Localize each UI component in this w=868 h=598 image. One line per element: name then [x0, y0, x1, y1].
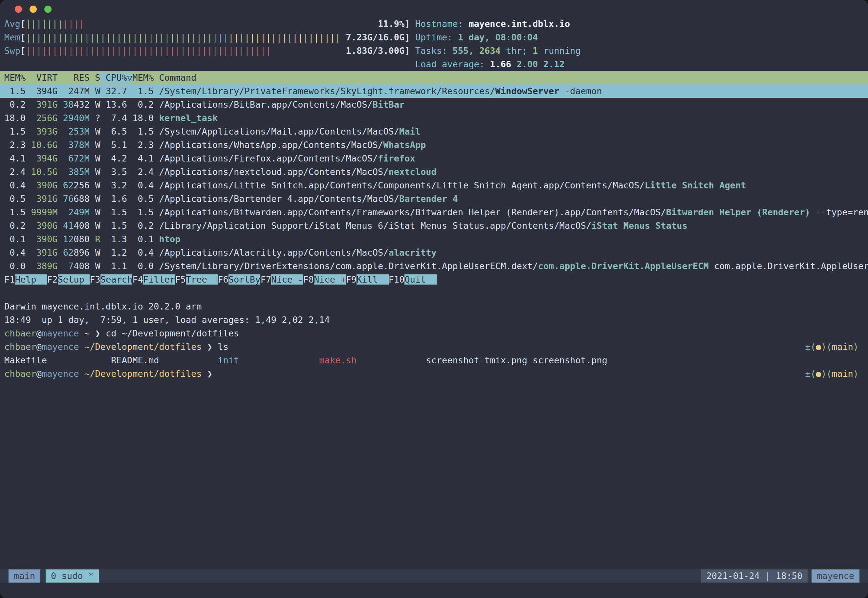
terminal-content: Avg[||||||||||| 11.9%] Hostname: mayence… — [4, 17, 868, 380]
fkey-f10-button[interactable]: Quit — [404, 274, 437, 284]
tmux-time: 18:50 — [776, 571, 802, 581]
load-average-line: Load average: 1.66 2.00 2.12 — [4, 57, 868, 71]
tmux-hostname: mayence — [811, 570, 859, 583]
process-row[interactable]: 0.5 391G 76688 W 1.6 0.5 /Applications/B… — [4, 192, 868, 205]
prompt-line-2[interactable]: chbaer@mayence ~/Development/dotfiles ❯ … — [4, 340, 868, 353]
process-row[interactable]: 0.2 391G 38432 W 13.6 0.2 /Applications/… — [4, 98, 868, 111]
tmux-date: 2021-01-24 — [706, 571, 760, 581]
window-titlebar — [0, 0, 868, 17]
fkey-f1-button[interactable]: Help — [15, 274, 47, 284]
fkey-f4-button[interactable]: Filter — [143, 274, 175, 284]
blank-line — [4, 286, 868, 300]
prompt-line-3[interactable]: chbaer@mayence ~/Development/dotfiles ❯±… — [4, 367, 868, 380]
process-row[interactable]: 2.4 10.5G 385M W 3.5 2.4 /Applications/n… — [4, 165, 868, 179]
process-row[interactable]: 1.5 393G 253M W 6.5 1.5 /System/Applicat… — [4, 125, 868, 138]
process-table-header[interactable]: MEM% VIRT RES S CPU%▽MEM% Command — [0, 71, 868, 84]
meter-avg: Avg[||||||||||| 11.9%] Hostname: mayence… — [4, 17, 868, 30]
process-row[interactable]: 0.0 389G 7408 W 1.1 0.0 /System/Library/… — [4, 259, 868, 273]
terminal-window: Avg[||||||||||| 11.9%] Hostname: mayence… — [0, 0, 868, 598]
tmux-separator: | — [765, 571, 770, 581]
uptime-line: 18:49 up 1 day, 7:59, 1 user, load avera… — [4, 313, 868, 327]
tmux-status-bar: main 0 sudo * 2021-01-24 | 18:50 mayence — [0, 570, 868, 583]
close-button[interactable] — [15, 6, 22, 13]
process-row[interactable]: 0.4 390G 62256 W 3.2 0.4 /Applications/L… — [4, 179, 868, 192]
process-row[interactable]: 4.1 394G 672M W 4.2 4.1 /Applications/Fi… — [4, 152, 868, 165]
process-row[interactable]: 1.5 394G 247M W 32.7 1.5 /System/Library… — [0, 84, 868, 98]
tmux-datetime: 2021-01-24 | 18:50 — [701, 570, 808, 583]
git-status-indicator: ±(●)(main) — [805, 367, 859, 380]
fkey-f7-button[interactable]: Nice - — [271, 274, 303, 284]
ls-output-line: Makefile README.md init make.sh screensh… — [4, 353, 868, 367]
process-row[interactable]: 18.0 256G 2940M ? 7.4 18.0 kernel_task — [4, 111, 868, 125]
tmux-status-right: 2021-01-24 | 18:50 mayence — [701, 570, 859, 583]
fkey-f2-button[interactable]: Setup — [58, 274, 90, 284]
tmux-session-name[interactable]: main — [9, 570, 40, 583]
fkey-f8-button[interactable]: Nice + — [314, 274, 346, 284]
fkey-f5-button[interactable]: Tree — [186, 274, 218, 284]
process-row[interactable]: 0.2 390G 41408 W 1.5 0.2 /Library/Applic… — [4, 219, 868, 232]
tmux-window-item[interactable]: 0 sudo * — [46, 570, 99, 583]
uname-line: Darwin mayence.int.dblx.io 20.2.0 arm — [4, 300, 868, 313]
function-key-bar[interactable]: F1Help F2Setup F3SearchF4FilterF5Tree F6… — [4, 273, 868, 286]
minimize-button[interactable] — [30, 6, 37, 13]
meter-swp: Swp[||||||||||||||||||||||||||||||||||||… — [4, 44, 868, 57]
fkey-f9-button[interactable]: Kill — [356, 274, 389, 284]
fkey-f6-button[interactable]: SortBy — [229, 274, 261, 284]
process-row[interactable]: 0.1 390G 12080 R 1.3 0.1 htop — [4, 232, 868, 246]
process-row[interactable]: 0.4 391G 62896 W 1.2 0.4 /Applications/A… — [4, 246, 868, 259]
process-row[interactable]: 2.3 10.6G 378M W 5.1 2.3 /Applications/W… — [4, 138, 868, 152]
meter-mem: Mem[||||||||||||||||||||||||||||||||||||… — [4, 30, 868, 44]
traffic-lights — [15, 6, 52, 13]
fkey-f3-button[interactable]: Search — [100, 274, 133, 284]
git-status-indicator: ±(●)(main) — [805, 340, 859, 353]
process-row[interactable]: 1.5 9999M 249M W 1.5 1.5 /Applications/B… — [4, 205, 868, 219]
prompt-line-1[interactable]: chbaer@mayence ~ ❯ cd ~/Development/dotf… — [4, 327, 868, 340]
zoom-button[interactable] — [44, 6, 52, 13]
